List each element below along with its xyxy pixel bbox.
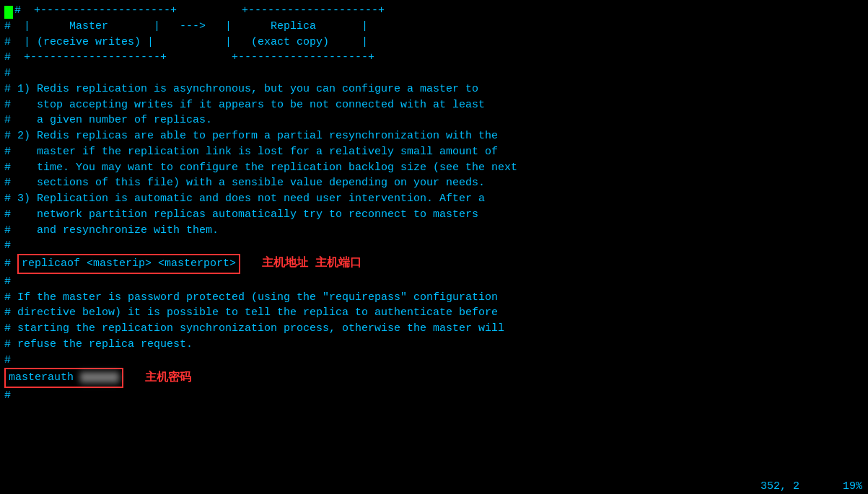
line-8: # a given number of replicas. xyxy=(4,113,864,128)
line-1-text: # +--------------------+ +--------------… xyxy=(14,4,385,17)
line-1: # +--------------------+ +--------------… xyxy=(4,3,864,19)
line-7: # stop accepting writes if it appears to… xyxy=(4,97,864,113)
line-10: # master if the replication link is lost… xyxy=(4,144,864,160)
line-23: # xyxy=(4,353,864,369)
line-2: # | Master | ---> | Replica | xyxy=(4,19,864,35)
line-12: # sections of this file) with a sensible… xyxy=(4,175,864,191)
line-replicaof: # replicaof <masterip> <masterport> 主机地址… xyxy=(4,254,864,274)
line-14: # network partition replicas automatical… xyxy=(4,207,864,223)
line-11: # time. You may want to configure the re… xyxy=(4,160,864,176)
line-4: # +--------------------+ +--------------… xyxy=(4,50,864,66)
line-20: # directive below) it is possible to tel… xyxy=(4,305,864,321)
masterauth-password: ●●●●●● xyxy=(80,371,119,384)
masterauth-command: masterauth ●●●●●● xyxy=(4,368,123,388)
replicaof-command: replicaof <masterip> <masterport> xyxy=(17,254,240,274)
status-bar: 352, 2 19% xyxy=(0,479,868,494)
scroll-percent: 19% xyxy=(843,480,862,493)
line-9: # 2) Redis replicas are able to perform … xyxy=(4,128,864,144)
line-21: # starting the replication synchronizati… xyxy=(4,321,864,337)
line-2-text: # | Master | ---> | Replica | xyxy=(4,20,368,32)
line-3: # | (receive writes) | | (exact copy) | xyxy=(4,35,864,50)
line-16: # xyxy=(4,238,864,254)
line-19: # If the master is password protected (u… xyxy=(4,290,864,306)
replicaof-label: 主机地址 主机端口 xyxy=(262,255,361,272)
cursor-position: 352, 2 xyxy=(760,480,799,493)
cursor-icon xyxy=(4,6,13,19)
line-15: # and resynchronize with them. xyxy=(4,223,864,239)
line-13: # 3) Replication is automatic and does n… xyxy=(4,191,864,207)
hash-prefix: # xyxy=(4,256,17,272)
line-3-text: # | (receive writes) | | (exact copy) | xyxy=(4,36,368,48)
line-masterauth: masterauth ●●●●●● 主机密码 xyxy=(4,368,864,388)
line-18: # xyxy=(4,274,864,290)
line-5: # xyxy=(4,66,864,81)
terminal: # +--------------------+ +--------------… xyxy=(0,0,868,494)
line-25: # xyxy=(4,388,864,404)
line-6: # 1) Redis replication is asynchronous, … xyxy=(4,81,864,97)
line-4-text: # +--------------------+ +--------------… xyxy=(4,51,374,63)
masterauth-label: 主机密码 xyxy=(145,370,191,387)
line-22: # refuse the replica request. xyxy=(4,337,864,353)
otherwise-text: otherwise xyxy=(342,322,400,335)
